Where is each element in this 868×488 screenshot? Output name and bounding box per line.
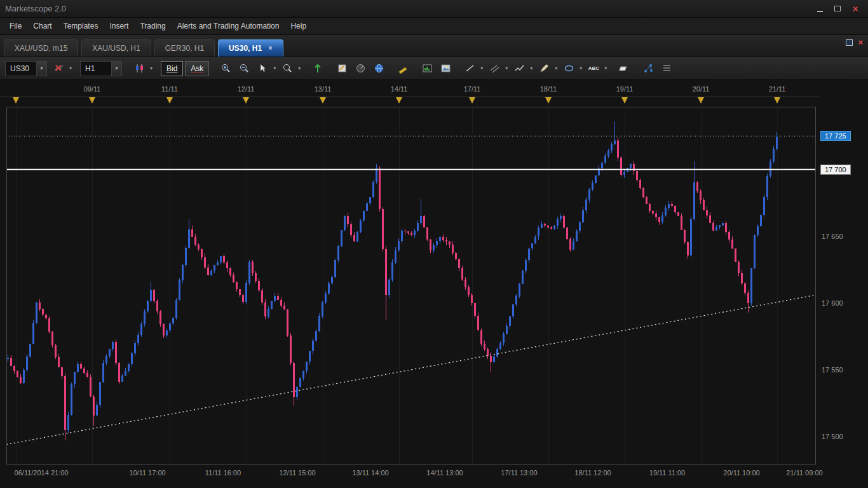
chart-type-icon-dropdown[interactable]: ▾: [148, 61, 154, 76]
minimize-icon[interactable]: [812, 3, 827, 15]
tab-label: US30, H1: [229, 44, 262, 53]
ask-button[interactable]: Ask: [185, 61, 209, 76]
day-flag-icon: [166, 97, 173, 104]
candlestick-plot[interactable]: [6, 107, 816, 464]
remove-symbol-icon[interactable]: [50, 60, 67, 77]
toolbar-separator: [412, 61, 418, 76]
pencil-tool-icon-group: ▾: [535, 60, 559, 77]
cursor-icon-dropdown[interactable]: ▾: [271, 61, 278, 76]
toolbar-separator: [303, 61, 309, 76]
line-tool-icon-dropdown[interactable]: ▾: [478, 61, 485, 76]
text-tool-icon-group: ABC▾: [585, 60, 609, 77]
channel-tool-icon-dropdown[interactable]: ▾: [503, 61, 510, 76]
mdi-close-icon[interactable]: ×: [858, 39, 863, 46]
cursor-icon-group: ▾: [254, 60, 278, 77]
close-icon[interactable]: ×: [848, 3, 863, 15]
snapshot-icon[interactable]: [437, 60, 454, 77]
day-flag-icon: [320, 97, 326, 104]
tab-close-icon[interactable]: ×: [268, 44, 273, 53]
mdi-restore-icon[interactable]: [846, 39, 853, 46]
marketscope-window: Marketscope 2.0 × FileChartTemplatesInse…: [0, 0, 868, 488]
bid-button[interactable]: Bid: [161, 61, 183, 76]
top-axis-date: 18/11: [540, 85, 557, 93]
menu-chart[interactable]: Chart: [27, 19, 57, 33]
tab-ger30-h1[interactable]: GER30, H1: [154, 39, 215, 57]
top-axis-date: 13/11: [315, 85, 332, 93]
chart-image-icon-group: [418, 60, 436, 77]
period-combo[interactable]: H1▾: [80, 61, 122, 76]
symbol-combo[interactable]: US30▾: [5, 61, 47, 76]
measure-icon[interactable]: [394, 60, 412, 77]
remove-symbol-icon-dropdown[interactable]: ▾: [67, 61, 74, 76]
menu-trading[interactable]: Trading: [134, 19, 171, 33]
price-axis-label: 17 500: [822, 433, 843, 440]
symbol-combo-value: US30: [6, 62, 36, 76]
day-flag-icon: [243, 97, 249, 104]
bottom-axis-time: 17/11 13:00: [501, 469, 537, 477]
menu-templates[interactable]: Templates: [58, 19, 104, 33]
toolbar-separator: [125, 61, 130, 76]
zoom-in-icon[interactable]: [217, 60, 234, 77]
polyline-tool-icon-dropdown[interactable]: ▾: [528, 61, 534, 76]
tab-label: XAU/USD, H1: [92, 44, 140, 53]
line-price-badge: 17 700: [820, 165, 851, 175]
tab-us30-h1[interactable]: US30, H1×: [218, 39, 283, 57]
eraser-icon[interactable]: [615, 60, 633, 77]
cursor-icon[interactable]: [254, 60, 271, 77]
chevron-down-icon[interactable]: ▾: [36, 62, 46, 76]
ellipse-tool-icon[interactable]: [560, 60, 578, 77]
top-axis-date: 11/11: [161, 85, 178, 93]
indicator-dial-icon[interactable]: [351, 60, 369, 77]
indicator-dial-icon-group: [351, 60, 369, 77]
zoom-out-icon-group: [235, 60, 253, 77]
bottom-axis-time: 13/11 14:00: [352, 469, 388, 477]
pencil-tool-icon-dropdown[interactable]: ▾: [553, 61, 559, 76]
zoom-out-icon[interactable]: [235, 60, 253, 77]
globe-icon[interactable]: [370, 60, 388, 77]
list-icon-group: [658, 60, 675, 77]
chart-type-icon[interactable]: [130, 60, 148, 77]
price-axis-label: 17 600: [822, 299, 843, 307]
remove-symbol-icon-group: ▾: [50, 60, 74, 77]
menu-alerts-and-trading-automation[interactable]: Alerts and Trading Automation: [172, 19, 285, 33]
channel-tool-icon[interactable]: [485, 60, 503, 77]
globe-icon-group: [370, 60, 388, 77]
day-flag-icon: [545, 97, 552, 104]
snapshot-icon-group: [437, 60, 454, 77]
line-tool-icon-group: ▾: [461, 60, 485, 77]
share-icon-group: [639, 60, 657, 77]
chevron-down-icon[interactable]: ▾: [111, 62, 121, 76]
tab-xau-usd-h1[interactable]: XAU/USD, H1: [81, 39, 151, 57]
menu-help[interactable]: Help: [285, 19, 312, 33]
title-bar: Marketscope 2.0 ×: [0, 0, 868, 18]
polyline-tool-icon-group: ▾: [510, 60, 534, 77]
toolbar-separator: [74, 61, 80, 76]
pencil-tool-icon[interactable]: [535, 60, 553, 77]
bottom-axis-time: 11/11 16:00: [205, 469, 241, 477]
day-flag-icon: [469, 97, 475, 104]
line-tool-icon[interactable]: [461, 60, 478, 77]
price-axis-label: 17 650: [822, 233, 843, 240]
magnifier-icon[interactable]: [278, 60, 296, 77]
magnifier-icon-dropdown[interactable]: ▾: [296, 61, 302, 76]
price-chart[interactable]: [6, 107, 816, 464]
tab-label: GER30, H1: [165, 44, 204, 53]
day-flag-icon: [89, 97, 95, 104]
top-axis-date: 21/11: [769, 85, 786, 93]
top-axis-date: 17/11: [464, 85, 481, 93]
text-tool-icon-dropdown[interactable]: ▾: [602, 61, 609, 76]
share-icon[interactable]: [639, 60, 657, 77]
ellipse-tool-icon-dropdown[interactable]: ▾: [578, 61, 584, 76]
menu-file[interactable]: File: [4, 19, 27, 33]
chart-image-icon[interactable]: [418, 60, 436, 77]
menu-insert[interactable]: Insert: [104, 19, 134, 33]
note-icon[interactable]: [333, 60, 351, 77]
polyline-tool-icon[interactable]: [510, 60, 528, 77]
list-icon[interactable]: [658, 60, 675, 77]
tab-xau-usd-m15[interactable]: XAU/USD, m15: [4, 39, 78, 57]
restore-icon[interactable]: [830, 3, 845, 15]
autoscale-icon[interactable]: [309, 60, 327, 77]
day-flag-icon: [13, 97, 19, 104]
text-tool-icon[interactable]: ABC: [585, 60, 602, 77]
bottom-axis-time: 19/11 11:00: [649, 469, 685, 477]
